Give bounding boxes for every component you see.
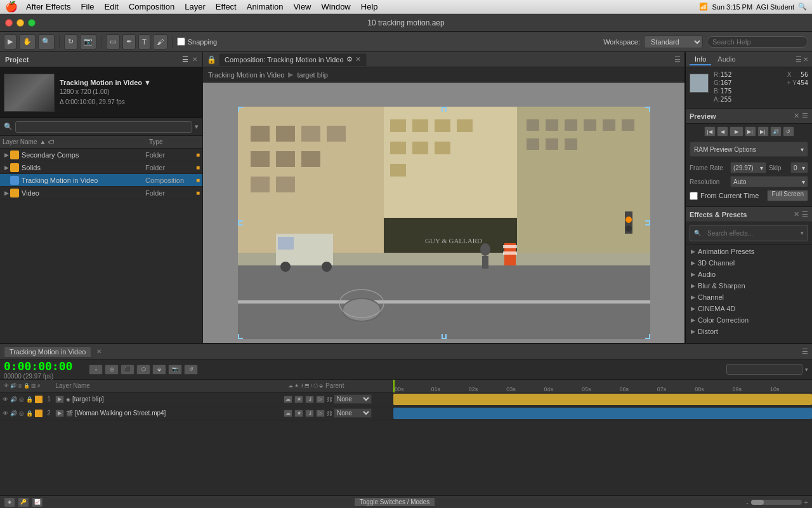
tab-audio[interactable]: Audio — [712, 54, 740, 65]
menu-file[interactable]: File — [77, 1, 99, 12]
close-button[interactable] — [5, 19, 13, 27]
composition-canvas[interactable]: GUY & GALLARD — [203, 83, 684, 363]
rotation-tool[interactable]: ↻ — [64, 34, 77, 50]
camera-tool[interactable]: 📷 — [80, 34, 96, 50]
layer-solo-2[interactable]: ★ — [294, 410, 303, 417]
effects-item[interactable]: ▶ Animation Presets — [686, 246, 812, 257]
menu-aftereffects[interactable]: After Effects — [22, 1, 75, 12]
time-ruler[interactable]: 00s 01s 02s 03s 04s 05s 06s 07s 08s 09s … — [393, 380, 812, 392]
timeline-search-input[interactable] — [726, 364, 802, 375]
menu-window[interactable]: Window — [317, 1, 355, 12]
project-search-bar[interactable]: 🔍 ▾ — [0, 118, 202, 136]
search-options-icon[interactable]: ▾ — [195, 123, 199, 131]
tab-info[interactable]: Info — [690, 54, 711, 65]
add-marker-btn[interactable]: ◈ — [4, 497, 15, 507]
add-keyframe-btn[interactable]: 🔑 — [18, 497, 29, 507]
breadcrumb-comp[interactable]: Tracking Motion in Video — [208, 71, 284, 79]
breadcrumb-layer[interactable]: target blip — [297, 71, 327, 79]
layer-timeline-2[interactable] — [393, 406, 812, 420]
paint-tool[interactable]: 🖌 — [153, 34, 167, 50]
hand-tool[interactable]: ✋ — [19, 34, 36, 50]
corner-handle-bm[interactable] — [442, 334, 447, 339]
info-panel-close[interactable]: ✕ — [803, 56, 808, 63]
lock-1[interactable]: 🔒 — [26, 396, 33, 403]
effects-item[interactable]: ▶ 3D Channel — [686, 257, 812, 269]
timeline-tab-close[interactable]: ✕ — [96, 348, 102, 355]
timeline-menu[interactable]: ☰ — [802, 347, 808, 356]
corner-handle-tl[interactable] — [238, 107, 243, 112]
snapping-checkbox[interactable] — [177, 37, 185, 46]
audio-button[interactable]: 🔊 — [770, 126, 782, 137]
help-search-input[interactable] — [707, 36, 808, 48]
project-panel-close[interactable]: ✕ — [192, 56, 197, 63]
effects-search-arrow[interactable]: ▾ — [801, 230, 804, 236]
zoom-tool[interactable]: 🔍 — [38, 34, 55, 50]
curve-btn[interactable]: 📈 — [32, 497, 43, 507]
zoom-out-icon[interactable]: - — [746, 498, 749, 506]
effects-item[interactable]: ▶ Color Correction — [686, 314, 812, 326]
layer-btn[interactable]: ⬛ — [121, 364, 134, 375]
list-item[interactable]: ▶ Secondary Comps Folder ■ — [0, 149, 202, 161]
go-to-end-button[interactable]: ▶| — [757, 126, 769, 137]
layer-solo-1[interactable]: ★ — [294, 396, 303, 403]
solo-1[interactable]: ◎ — [19, 396, 24, 403]
zoom-slider[interactable] — [751, 500, 802, 505]
timeline-tab[interactable]: Tracking Motion in Video — [4, 346, 91, 358]
maximize-button[interactable] — [28, 19, 36, 27]
sort-icon[interactable]: ▲ — [39, 138, 46, 145]
tab-close-icon[interactable]: ✕ — [355, 55, 361, 64]
table-row[interactable]: 👁 🔊 ◎ 🔒 2 ▶ 🎬 [Woman Walking on Street.m… — [0, 406, 812, 420]
corner-handle-bl[interactable] — [238, 334, 243, 339]
step-back-button[interactable]: ◀ — [717, 126, 728, 137]
expand-arrow[interactable]: ▶ — [3, 152, 10, 158]
effects-search-input[interactable] — [704, 227, 798, 239]
parent-select-1[interactable]: None — [334, 394, 372, 404]
effects-item[interactable]: ▶ Blur & Sharpen — [686, 280, 812, 291]
list-item[interactable]: ▶ Solids Folder ■ — [0, 161, 202, 174]
list-item[interactable]: Tracking Motion in Video Composition ■ — [0, 174, 202, 187]
table-row[interactable]: 👁 🔊 ◎ 🔒 1 ▶ ◈ [target blip] ☁ ★ Ⅎ ▷ ⛓ No… — [0, 392, 812, 406]
layer-blend-2[interactable]: ▷ — [316, 410, 325, 417]
minimize-button[interactable] — [16, 19, 24, 27]
loop-tl-btn[interactable]: ↺ — [184, 364, 198, 375]
corner-handle-tm[interactable] — [442, 107, 447, 112]
layer-fx-1[interactable]: Ⅎ — [305, 396, 314, 403]
layer-shy-2[interactable]: ☁ — [284, 410, 292, 417]
expand-arrow[interactable]: ▶ — [3, 190, 10, 196]
menu-effect[interactable]: Effect — [211, 1, 241, 12]
loop-button[interactable]: ↺ — [783, 126, 794, 137]
layer-blend-1[interactable]: ▷ — [316, 396, 325, 403]
tl-search-arrow[interactable]: ▾ — [805, 366, 808, 373]
play-button[interactable]: ▶ — [730, 126, 743, 137]
tab-settings-icon[interactable]: ⚙ — [346, 55, 353, 64]
video-vis-2[interactable]: 👁 — [3, 410, 8, 417]
frame-rate-value[interactable]: (29.97) ▾ — [730, 162, 766, 173]
resolution-value[interactable]: Auto ▾ — [730, 176, 808, 187]
text-tool[interactable]: T — [138, 34, 150, 50]
skip-value[interactable]: 0 ▾ — [790, 162, 808, 173]
parent-select-2[interactable]: None — [334, 408, 372, 418]
menu-view[interactable]: View — [289, 1, 316, 12]
audio-vis-2[interactable]: 🔊 — [10, 410, 17, 417]
solo-2[interactable]: ◎ — [19, 410, 24, 417]
search-icon[interactable]: 🔍 — [798, 3, 807, 11]
expand-layer-1[interactable]: ▶ — [55, 396, 64, 403]
effects-item[interactable]: ▶ Channel — [686, 291, 812, 303]
layer-timeline-1[interactable] — [393, 392, 812, 406]
effects-panel-close[interactable]: ✕ — [794, 210, 799, 218]
menu-animation[interactable]: Animation — [242, 1, 288, 12]
comp-marker-btn[interactable]: ⬦ — [89, 364, 103, 375]
corner-handle-tr[interactable] — [645, 107, 650, 112]
expand-layer-2[interactable]: ▶ — [55, 410, 64, 417]
rect-tool[interactable]: ▭ — [106, 34, 120, 50]
info-panel-menu[interactable]: ☰ — [796, 55, 802, 64]
camera-tl-btn[interactable]: 📷 — [168, 364, 182, 375]
layer-fx-2[interactable]: Ⅎ — [305, 410, 314, 417]
ram-preview-options[interactable]: RAM Preview Options ▾ — [690, 142, 808, 157]
corner-handle-br[interactable] — [645, 334, 650, 339]
preview-menu[interactable]: ☰ — [802, 112, 808, 120]
corner-handle-ml[interactable] — [238, 220, 243, 225]
lock-2[interactable]: 🔒 — [26, 410, 33, 417]
audio-vis-1[interactable]: 🔊 — [10, 396, 17, 403]
toggle-switches-button[interactable]: Toggle Switches / Modes — [354, 497, 436, 507]
